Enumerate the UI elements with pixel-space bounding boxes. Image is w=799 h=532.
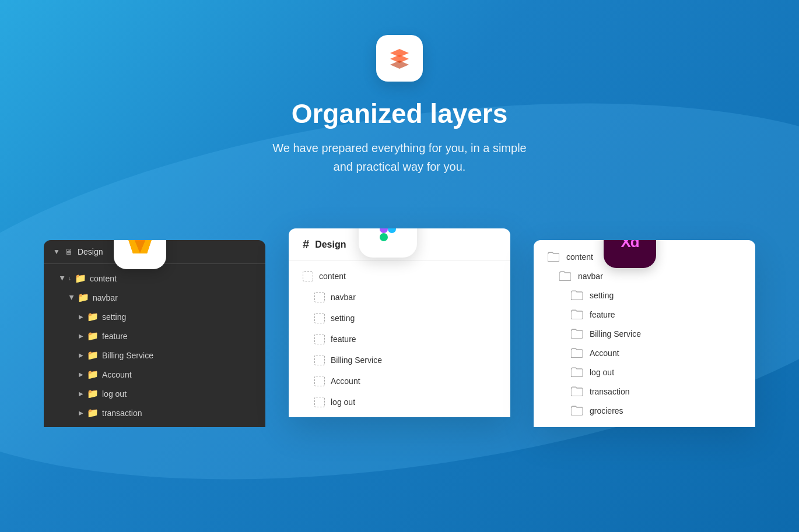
- collapse-arrow-icon: ▼: [53, 248, 60, 256]
- panels-container: ▼ 🖥 Design ▶ ↓ 📁 content ▶ 📁 navbar: [20, 223, 779, 427]
- list-item: log out: [289, 392, 510, 413]
- top-app-icon: [376, 35, 423, 82]
- hero-title: Organized layers: [292, 98, 508, 129]
- list-item: ▶ 📁 transaction: [44, 403, 265, 422]
- list-item: ▶ 📁 feature: [44, 326, 265, 346]
- expand-icon: ▶: [69, 295, 75, 300]
- list-item: log out: [534, 362, 755, 382]
- frame-icon: [303, 271, 313, 281]
- sketch-icon: [124, 240, 156, 259]
- collapse-icon: ▶: [79, 371, 83, 378]
- frame-icon: [314, 397, 325, 407]
- hash-icon: #: [303, 238, 309, 251]
- list-item: ▶ 📁 log out: [44, 384, 265, 403]
- folder-icon: [548, 252, 559, 262]
- figma-tree: content navbar setting feature Billing S: [289, 261, 510, 417]
- list-item: feature: [289, 329, 510, 350]
- folder-icon: 📁: [75, 273, 86, 284]
- list-item: ▶ 📁 Billing Service: [44, 346, 265, 365]
- list-item: Billing Service: [534, 324, 755, 343]
- layers-icon: [387, 45, 412, 71]
- list-item: feature: [534, 305, 755, 324]
- xd-app-icon: Xd: [604, 240, 656, 268]
- folder-icon: [571, 348, 583, 358]
- sketch-panel: ▼ 🖥 Design ▶ ↓ 📁 content ▶ 📁 navbar: [44, 240, 265, 427]
- frame-icon: [314, 292, 325, 302]
- svg-rect-14: [380, 233, 388, 241]
- svg-point-15: [388, 228, 396, 233]
- figma-app-icon: [359, 228, 417, 258]
- folder-icon: [571, 309, 583, 319]
- xd-panel: Xd content navbar: [534, 240, 755, 427]
- page-content: Organized layers We have prepared everyt…: [0, 0, 799, 427]
- sketch-panel-title: Design: [78, 247, 103, 256]
- frame-icon: [314, 355, 325, 365]
- list-item: content: [289, 266, 510, 287]
- list-item: navbar: [289, 287, 510, 308]
- collapse-icon: ▶: [79, 352, 83, 358]
- folder-icon: 📁: [87, 311, 99, 322]
- hero-subtitle: We have prepared everything for you, in …: [272, 139, 526, 176]
- frame-icon: [314, 334, 325, 344]
- list-item: navbar: [534, 266, 755, 286]
- folder-icon: [571, 290, 583, 300]
- list-item: Billing Service: [289, 350, 510, 371]
- list-item: Account: [289, 371, 510, 392]
- list-item: setting: [289, 308, 510, 329]
- collapse-icon: ▶: [79, 410, 83, 416]
- xd-tree: content navbar setting: [534, 240, 755, 427]
- down-arrow-icon: ↓: [68, 275, 71, 281]
- frame-icon: [314, 313, 325, 323]
- folder-icon: [559, 271, 571, 281]
- list-item: grocieres: [534, 401, 755, 420]
- list-item: transaction: [534, 382, 755, 401]
- folder-icon: 📁: [87, 388, 99, 399]
- folder-icon: 📁: [87, 407, 99, 418]
- figma-panel-title: Design: [315, 239, 346, 250]
- list-item: ▶ 📁 setting: [44, 307, 265, 326]
- list-item: Account: [534, 343, 755, 362]
- list-item: ▶ ↓ 📁 content: [44, 269, 265, 288]
- list-item: ▶ 📁 navbar: [44, 288, 265, 307]
- xd-icon-text: Xd: [621, 240, 639, 251]
- collapse-icon: ▶: [79, 390, 83, 397]
- folder-icon: 📁: [87, 330, 99, 341]
- expand-icon: ▶: [59, 276, 66, 281]
- list-item: ▶ 📁 Account: [44, 365, 265, 384]
- figma-panel: # Design content navbar setting: [289, 228, 510, 417]
- collapse-icon: ▶: [79, 333, 83, 339]
- folder-icon: 📁: [87, 369, 99, 380]
- folder-icon: [571, 406, 583, 415]
- frame-icon: [314, 376, 325, 386]
- list-item: setting: [534, 286, 755, 305]
- svg-marker-2: [390, 61, 409, 69]
- folder-icon: [571, 367, 583, 377]
- monitor-icon: 🖥: [65, 247, 73, 256]
- folder-icon: [571, 386, 583, 396]
- svg-rect-13: [380, 228, 388, 233]
- folder-icon: 📁: [78, 292, 89, 303]
- folder-icon: [571, 329, 583, 339]
- folder-icon: 📁: [87, 350, 99, 361]
- sketch-tree: ▶ ↓ 📁 content ▶ 📁 navbar ▶ 📁 setting ▶: [44, 264, 265, 427]
- sketch-app-icon: [114, 240, 166, 269]
- figma-logo-icon: [372, 228, 404, 245]
- collapse-icon: ▶: [79, 313, 83, 320]
